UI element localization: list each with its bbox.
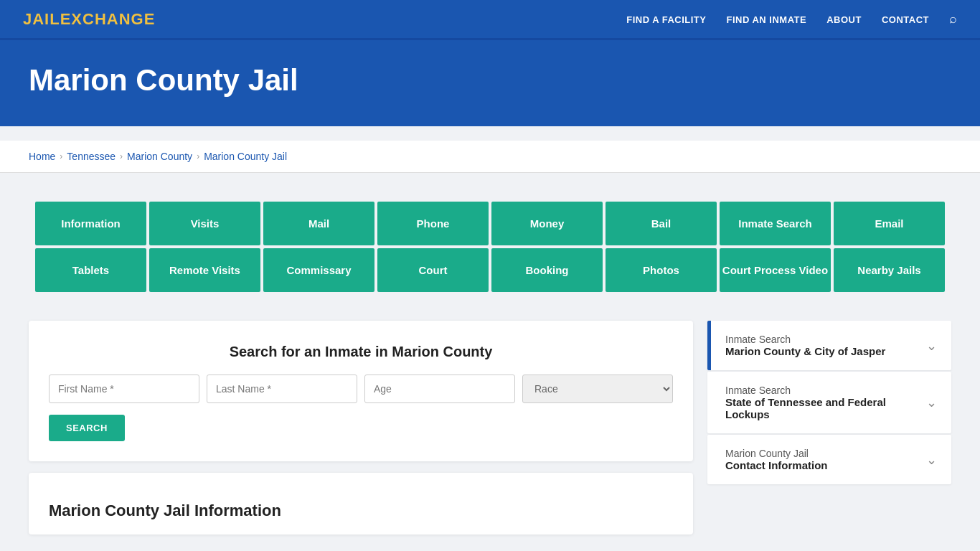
grid-btn-visits[interactable]: Visits [149,202,260,245]
grid-btn-nearby-jails[interactable]: Nearby Jails [834,248,945,292]
navbar: JAILEXCHANGE FIND A FACILITYFIND AN INMA… [0,0,980,40]
sidebar-item-text: Inmate SearchState of Tennessee and Fede… [725,385,926,420]
grid-btn-remote-visits[interactable]: Remote Visits [149,248,260,292]
grid-btn-phone[interactable]: Phone [377,202,489,245]
sidebar-item-2[interactable]: Marion County JailContact Information⌄ [707,435,951,484]
sidebar-item-label: Marion County Jail [725,448,828,459]
search-icon[interactable]: ⌕ [949,11,957,26]
hero-banner: Marion County Jail [0,40,980,126]
grid-btn-court-process-video[interactable]: Court Process Video [720,248,831,292]
sidebar-item-text: Inmate SearchMarion County & City of Jas… [725,334,885,357]
sidebar: Inmate SearchMarion County & City of Jas… [707,321,951,484]
logo-part2: EXCHANGE [60,10,156,28]
nav-link[interactable]: ABOUT [826,14,862,25]
page-title: Marion County Jail [29,63,951,98]
sidebar-item-label: Inmate Search [725,385,926,396]
search-nav-icon[interactable]: ⌕ [949,11,957,27]
main-content: Home›Tennessee›Marion County›Marion Coun… [0,126,980,551]
grid-btn-money[interactable]: Money [491,202,603,245]
sidebar-item-1[interactable]: Inmate SearchState of Tennessee and Fede… [707,372,951,433]
breadcrumb-item[interactable]: Home [29,151,55,162]
sidebar-item-sublabel: Marion County & City of Jasper [725,345,885,357]
nav-item-about[interactable]: ABOUT [826,13,862,26]
nav-item-find_a_facility[interactable]: FIND A FACILITY [626,13,706,26]
nav-links: FIND A FACILITYFIND AN INMATEABOUTCONTAC… [626,11,957,27]
section-heading: Marion County Jail Information [49,501,673,520]
breadcrumb-item[interactable]: Marion County [127,151,192,162]
last-name-input[interactable] [207,375,357,403]
grid-btn-tablets[interactable]: Tablets [35,248,146,292]
lower-section: Search for an Inmate in Marion County Ra… [29,321,951,534]
breadcrumb-separator: › [120,151,123,161]
site-logo[interactable]: JAILEXCHANGE [23,10,155,29]
nav-link[interactable]: CONTACT [882,14,929,25]
chevron-down-icon: ⌄ [926,338,937,354]
breadcrumb-item[interactable]: Marion County Jail [204,151,287,162]
navigation-grid: InformationVisitsMailPhoneMoneyBailInmat… [29,190,951,303]
search-title: Search for an Inmate in Marion County [49,344,673,360]
age-input[interactable] [364,375,515,403]
sidebar-item-sublabel: Contact Information [725,459,828,471]
grid-btn-photos[interactable]: Photos [606,248,717,292]
nav-item-contact[interactable]: CONTACT [882,13,929,26]
grid-btn-commissary[interactable]: Commissary [263,248,374,292]
logo-part1: JAIL [23,10,60,28]
breadcrumb-separator: › [197,151,199,161]
grid-btn-inmate-search[interactable]: Inmate Search [720,202,831,245]
first-name-input[interactable] [49,375,199,403]
grid-btn-information[interactable]: Information [35,202,146,245]
chevron-down-icon: ⌄ [926,395,937,410]
sidebar-item-text: Marion County JailContact Information [725,448,828,471]
grid-btn-email[interactable]: Email [834,202,945,245]
nav-link[interactable]: FIND AN INMATE [726,14,806,25]
inmate-search-panel: Search for an Inmate in Marion County Ra… [29,321,693,461]
sidebar-item-sublabel: State of Tennessee and Federal Lockups [725,396,926,420]
sidebar-item-0[interactable]: Inmate SearchMarion County & City of Jas… [707,321,951,370]
nav-item-find_an_inmate[interactable]: FIND AN INMATE [726,13,806,26]
chevron-down-icon: ⌄ [926,452,937,468]
grid-btn-bail[interactable]: Bail [606,202,717,245]
grid-btn-mail[interactable]: Mail [263,202,374,245]
race-select[interactable]: Race White Black Hispanic Asian Other [522,375,673,403]
nav-link[interactable]: FIND A FACILITY [626,14,706,25]
grid-btn-court[interactable]: Court [377,248,489,292]
sidebar-item-label: Inmate Search [725,334,885,345]
breadcrumb-item[interactable]: Tennessee [67,151,116,162]
search-button[interactable]: SEARCH [49,415,125,441]
grid-btn-booking[interactable]: Booking [491,248,603,292]
breadcrumb-separator: › [60,151,62,161]
search-fields: Race White Black Hispanic Asian Other [49,375,673,403]
breadcrumb: Home›Tennessee›Marion County›Marion Coun… [0,141,980,173]
